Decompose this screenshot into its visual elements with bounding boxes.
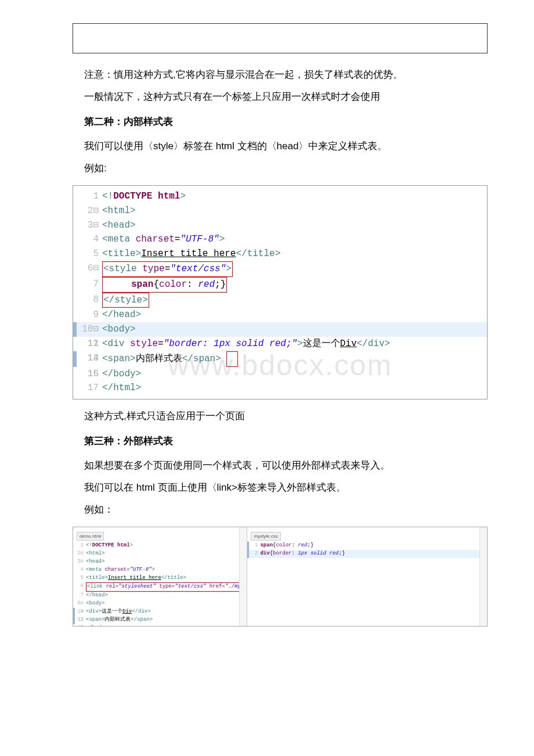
- code-line: 14<span>内部样式表</span>: [73, 351, 487, 367]
- code-line: 4<meta charset="UTF-8">: [73, 232, 487, 247]
- code-line: 1span{color: red;}: [247, 542, 487, 550]
- code-line: 17</html>: [73, 381, 487, 395]
- paragraph-external-1: 如果想要在多个页面使用同一个样式表，可以使用外部样式表来导入。: [84, 456, 505, 476]
- code-line: 2div{border: 1px solid red;}: [247, 550, 487, 558]
- paragraph-note-1: 注意：慎用这种方式,它将内容与显示混合在一起，损失了样式表的优势。: [84, 65, 505, 85]
- code-line: 7 span{color: red;}: [73, 277, 487, 293]
- empty-placeholder-box: [73, 23, 488, 53]
- code-pane-css: mystyle.css 1span{color: red;}2div{borde…: [247, 527, 487, 626]
- code-line: 3⊟<head>: [73, 218, 487, 233]
- code-line: 14</body>: [73, 624, 247, 627]
- paragraph-internal-3: 这种方式,样式只适合应用于一个页面: [84, 406, 505, 426]
- code-example-external: demo.html 1<!DOCTYPE html>2⊟<html>3⊟<hea…: [73, 527, 488, 627]
- code-line: 6<link rel="stylesheet" type="text/css" …: [73, 582, 247, 592]
- tab-label-html: demo.html: [77, 532, 104, 541]
- code-line: 6⊟<style type="text/css">: [73, 261, 487, 277]
- code-line: 2⊟<html>: [73, 550, 247, 558]
- code-line: 10⊟<body>: [73, 322, 487, 337]
- code-line: 10<div>这是一个Div</div>: [73, 608, 247, 616]
- paragraph-internal-2: 例如:: [84, 159, 505, 178]
- heading-internal-stylesheet: 第二种：内部样式表: [84, 115, 505, 128]
- code-pane-html: demo.html 1<!DOCTYPE html>2⊟<html>3⊟<hea…: [73, 527, 247, 626]
- code-line: 2⊟<html>: [73, 204, 487, 218]
- code-line: 8⊟<body>: [73, 600, 247, 608]
- code-line: 16</body>: [73, 367, 487, 381]
- code-line: 3⊟<head>: [73, 558, 247, 566]
- paragraph-note-2: 一般情况下，这种方式只有在一个标签上只应用一次样式时才会使用: [84, 87, 505, 107]
- paragraph-internal-1: 我们可以使用〈style〉标签在 html 文档的〈head〉中来定义样式表。: [84, 136, 505, 156]
- tab-label-css: mystyle.css: [251, 532, 280, 541]
- code-line: 5<title>Insert title here</title>: [73, 247, 487, 261]
- code-line: 12<span>内部样式表</span>: [73, 616, 247, 624]
- code-line: 1<!DOCTYPE html>: [73, 542, 247, 550]
- scrollbar-shade: [239, 527, 247, 626]
- code-line: 4<meta charset="UTF-8">: [73, 566, 247, 574]
- code-line: 1<!DOCTYPE html>: [73, 189, 487, 204]
- scrollbar-shade: [479, 527, 487, 626]
- code-line: 7</head>: [73, 592, 247, 600]
- paragraph-external-2: 我们可以在 html 页面上使用〈link>标签来导入外部样式表。: [84, 478, 505, 498]
- document-page: 注意：慎用这种方式,它将内容与显示混合在一起，损失了样式表的优势。 一般情况下，…: [0, 0, 534, 657]
- code-line: 9</head>: [73, 308, 487, 322]
- code-line: 8</style>: [73, 293, 487, 308]
- code-line: 5<title>Insert title here</title>: [73, 574, 247, 582]
- heading-external-stylesheet: 第三种：外部样式表: [84, 434, 505, 448]
- paragraph-external-3: 例如：: [84, 500, 505, 520]
- code-line: 12<div style="border: 1px solid red;">这是…: [73, 337, 487, 351]
- code-example-internal: www.bdocx.com 1<!DOCTYPE html>2⊟<html>3⊟…: [73, 185, 488, 399]
